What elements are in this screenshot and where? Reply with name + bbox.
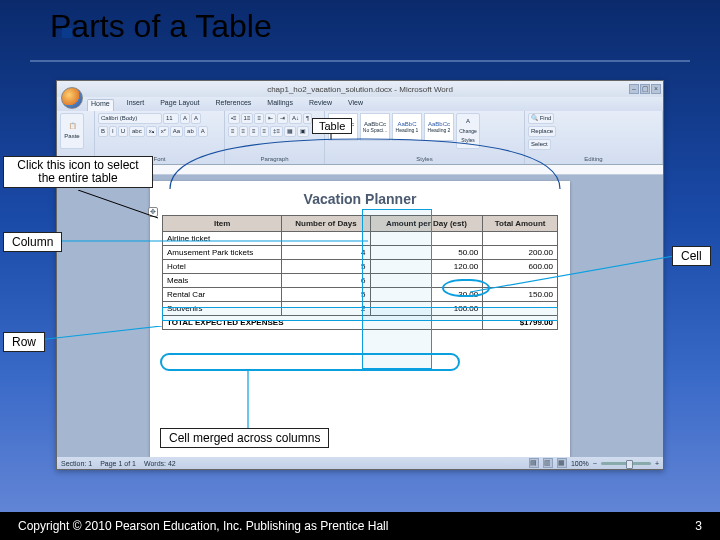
tab-references[interactable]: References [213, 99, 255, 111]
font-family-select[interactable]: Calibri (Body) [98, 113, 162, 124]
line-row [38, 326, 162, 342]
tab-review[interactable]: Review [306, 99, 335, 111]
showmarks-button[interactable]: ¶ [303, 113, 312, 124]
table-row: Airline ticket [163, 232, 558, 246]
subscript-button[interactable]: x₂ [146, 126, 157, 137]
paste-button[interactable]: 📋 Paste [60, 113, 84, 149]
total-label-cell: TOTAL EXPECTED EXPENSES [163, 316, 483, 330]
close-icon[interactable]: × [651, 84, 661, 94]
grow-font-button[interactable]: A [180, 113, 190, 124]
col-header-total: Total Amount [483, 216, 558, 232]
title-bullet-icon [62, 28, 72, 38]
bold-button[interactable]: B [98, 126, 108, 137]
find-button[interactable]: 🔍 Find [528, 113, 554, 124]
table-total-row: TOTAL EXPECTED EXPENSES $1799.00 [163, 316, 558, 330]
window-title: chap1_ho2_vacation_solution.docx - Micro… [267, 85, 453, 94]
view-print-icon[interactable]: ▤ [529, 458, 539, 468]
zoom-level: 100% [571, 460, 589, 467]
tab-insert[interactable]: Insert [124, 99, 148, 111]
view-web-icon[interactable]: ▦ [557, 458, 567, 468]
tab-home[interactable]: Home [87, 99, 114, 111]
clipboard-icon: 📋 [69, 122, 76, 131]
line-cell [470, 256, 674, 296]
strike-button[interactable]: abc [129, 126, 145, 137]
zoom-in-button[interactable]: + [655, 460, 659, 467]
status-page: Page 1 of 1 [100, 460, 136, 467]
minimize-icon[interactable]: – [629, 84, 639, 94]
table-row: Souvenirs2100.00 [163, 302, 558, 316]
bullets-button[interactable]: •≡ [228, 113, 240, 124]
slide-title: Parts of a Table [50, 8, 272, 45]
svg-line-4 [38, 326, 162, 340]
table-header-row: Item Number of Days Amount per Day (est)… [163, 216, 558, 232]
slide: Parts of a Table chap1_ho2_vacation_solu… [0, 0, 720, 540]
slide-title-area: Parts of a Table [30, 8, 272, 45]
sort-button[interactable]: A↓ [289, 113, 302, 124]
line-column [58, 240, 368, 242]
line-select-icon [78, 190, 158, 220]
merge-highlight [160, 353, 460, 371]
ribbon-tabs: Home Insert Page Layout References Maili… [57, 97, 663, 111]
office-button-icon[interactable] [61, 87, 83, 109]
italic-button[interactable]: I [109, 126, 117, 137]
svg-line-3 [470, 256, 674, 292]
callout-table: Table [312, 118, 352, 134]
tab-mailings[interactable]: Mailings [264, 99, 296, 111]
title-underline [30, 60, 690, 62]
styles-icon: A [466, 117, 470, 126]
indent-button[interactable]: ⇥ [277, 113, 288, 124]
numbering-button[interactable]: 1≡ [241, 113, 254, 124]
svg-line-1 [78, 190, 158, 218]
tab-view[interactable]: View [345, 99, 366, 111]
window-titlebar: chap1_ho2_vacation_solution.docx - Micro… [57, 81, 663, 97]
col-header-perday: Amount per Day (est) [370, 216, 483, 232]
page-number: 3 [695, 519, 702, 533]
callout-select-icon: Click this icon to select the entire tab… [3, 156, 153, 188]
callout-column: Column [3, 232, 62, 252]
line-merged [246, 370, 250, 428]
zoom-slider[interactable] [601, 462, 651, 465]
underline-button[interactable]: U [118, 126, 128, 137]
status-section: Section: 1 [61, 460, 92, 467]
slide-footer: Copyright © 2010 Pearson Education, Inc.… [0, 512, 720, 540]
table-bracket-icon [165, 134, 565, 194]
view-read-icon[interactable]: ▥ [543, 458, 553, 468]
multilevel-button[interactable]: ≡ [254, 113, 264, 124]
col-header-item: Item [163, 216, 282, 232]
shrink-font-button[interactable]: A [191, 113, 201, 124]
col-header-days: Number of Days [282, 216, 370, 232]
zoom-out-button[interactable]: − [593, 460, 597, 467]
dedent-button[interactable]: ⇤ [265, 113, 276, 124]
page: ✥ Vacation Planner Item Number of Days A… [150, 181, 570, 457]
copyright-text: Copyright © 2010 Pearson Education, Inc.… [18, 519, 388, 533]
tab-page-layout[interactable]: Page Layout [157, 99, 202, 111]
callout-merged: Cell merged across columns [160, 428, 329, 448]
font-size-select[interactable]: 11 [163, 113, 179, 124]
status-bar: Section: 1 Page 1 of 1 Words: 42 ▤ ▥ ▦ 1… [57, 457, 663, 469]
status-words: Words: 42 [144, 460, 176, 467]
callout-cell: Cell [672, 246, 711, 266]
total-value-cell: $1799.00 [483, 316, 558, 330]
callout-row: Row [3, 332, 45, 352]
maximize-icon[interactable]: ▢ [640, 84, 650, 94]
